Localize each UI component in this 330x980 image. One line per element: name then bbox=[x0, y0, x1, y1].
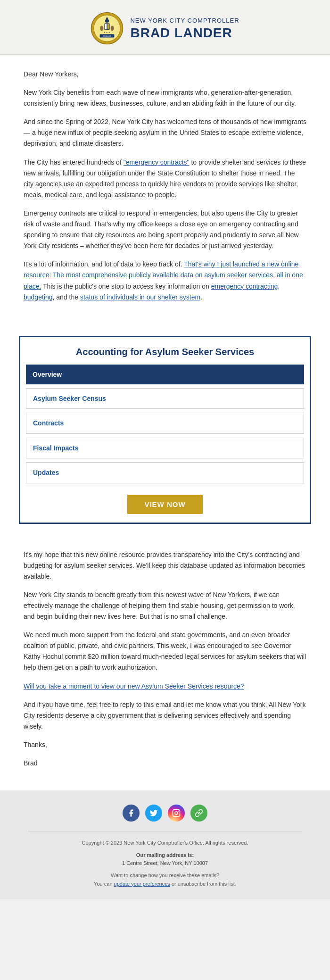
info-box-item-updates[interactable]: Updates bbox=[26, 462, 304, 483]
footer: Copyright © 2023 New York City Comptroll… bbox=[0, 790, 330, 899]
info-box-item-overview[interactable]: Overview bbox=[26, 365, 304, 384]
email-wrapper: SIGILLUM ★ ★ ★ NEW YORK CITY COMPTROLLER… bbox=[0, 0, 330, 899]
budgeting-link[interactable]: budgeting bbox=[24, 293, 53, 301]
svg-rect-12 bbox=[173, 810, 180, 817]
info-box-item-census[interactable]: Asylum Seeker Census bbox=[26, 388, 304, 409]
para-7: New York City stands to benefit greatly … bbox=[24, 590, 306, 622]
para-5: It's a lot of information, and lot of da… bbox=[24, 259, 306, 302]
para-6: It's my hope that this new online resour… bbox=[24, 549, 306, 582]
chain-link-icon[interactable] bbox=[190, 805, 207, 822]
info-box-title: Accounting for Asylum Seeker Services bbox=[20, 337, 310, 365]
mailing-address: 1 Centre Street, New York, NY 10007 bbox=[122, 860, 208, 866]
status-link[interactable]: status of individuals in our shelter sys… bbox=[80, 293, 200, 301]
para-4: Emergency contracts are critical to resp… bbox=[24, 208, 306, 251]
footer-copyright: Copyright © 2023 New York City Comptroll… bbox=[9, 839, 321, 847]
mailing-label: Our mailing address is: bbox=[136, 852, 194, 858]
svg-rect-5 bbox=[105, 24, 107, 29]
svg-point-8 bbox=[111, 25, 114, 31]
header-text: NEW YORK CITY COMPTROLLER BRAD LANDER bbox=[130, 16, 239, 41]
svg-point-14 bbox=[178, 811, 179, 812]
view-btn-wrapper: VIEW NOW bbox=[20, 492, 310, 523]
emergency-contracts-link[interactable]: "emergency contracts" bbox=[124, 158, 190, 166]
instagram-icon[interactable] bbox=[168, 805, 185, 822]
resource-link[interactable]: Will you take a moment to view our new A… bbox=[24, 682, 244, 690]
svg-point-13 bbox=[175, 812, 178, 814]
emergency-contracting-link[interactable]: emergency contracting bbox=[211, 282, 278, 290]
footer-manage: Want to change how you receive these ema… bbox=[9, 872, 321, 888]
svg-point-7 bbox=[100, 25, 104, 31]
para-1: New York City benefits from each wave of… bbox=[24, 87, 306, 109]
facebook-icon[interactable] bbox=[123, 805, 140, 822]
manage-text: Want to change how you receive these ema… bbox=[111, 872, 219, 878]
nyc-seal: SIGILLUM ★ ★ ★ bbox=[91, 12, 124, 45]
social-links bbox=[9, 805, 321, 822]
info-box: Accounting for Asylum Seeker Services Ov… bbox=[19, 336, 311, 524]
footer-divider bbox=[28, 831, 302, 831]
svg-text:SIGILLUM: SIGILLUM bbox=[103, 35, 111, 37]
header: SIGILLUM ★ ★ ★ NEW YORK CITY COMPTROLLER… bbox=[0, 0, 330, 55]
svg-text:★ ★ ★: ★ ★ ★ bbox=[104, 31, 110, 33]
svg-rect-6 bbox=[107, 24, 109, 29]
svg-point-3 bbox=[105, 19, 109, 23]
footer-address: Our mailing address is: 1 Centre Street,… bbox=[9, 851, 321, 868]
para-2: And since the Spring of 2022, New York C… bbox=[24, 116, 306, 149]
main-content: Dear New Yorkers, New York City benefits… bbox=[0, 55, 330, 324]
para-9: Will you take a moment to view our new A… bbox=[24, 681, 306, 692]
main-content-2: It's my hope that this new online resour… bbox=[0, 535, 330, 791]
manage-suffix: or unsubscribe from this list. bbox=[170, 881, 236, 887]
view-now-button[interactable]: VIEW NOW bbox=[127, 495, 202, 514]
info-box-items: Overview Asylum Seeker Census Contracts … bbox=[20, 365, 310, 492]
info-box-item-fiscal[interactable]: Fiscal Impacts bbox=[26, 438, 304, 458]
para-10: And if you have time, feel free to reply… bbox=[24, 699, 306, 732]
closing: Thanks, bbox=[24, 739, 306, 750]
name-line: BRAD LANDER bbox=[130, 26, 239, 41]
signature: Brad bbox=[24, 758, 306, 769]
update-preferences-link[interactable]: update your preferences bbox=[114, 881, 170, 887]
header-inner: SIGILLUM ★ ★ ★ NEW YORK CITY COMPTROLLER… bbox=[9, 12, 321, 45]
para-8: We need much more support from the feder… bbox=[24, 630, 306, 673]
info-box-item-contracts[interactable]: Contracts bbox=[26, 413, 304, 433]
org-line: NEW YORK CITY COMPTROLLER bbox=[130, 16, 239, 26]
greeting: Dear New Yorkers, bbox=[24, 69, 306, 80]
twitter-icon[interactable] bbox=[145, 805, 162, 822]
para-3: The City has entered hundreds of "emerge… bbox=[24, 157, 306, 200]
